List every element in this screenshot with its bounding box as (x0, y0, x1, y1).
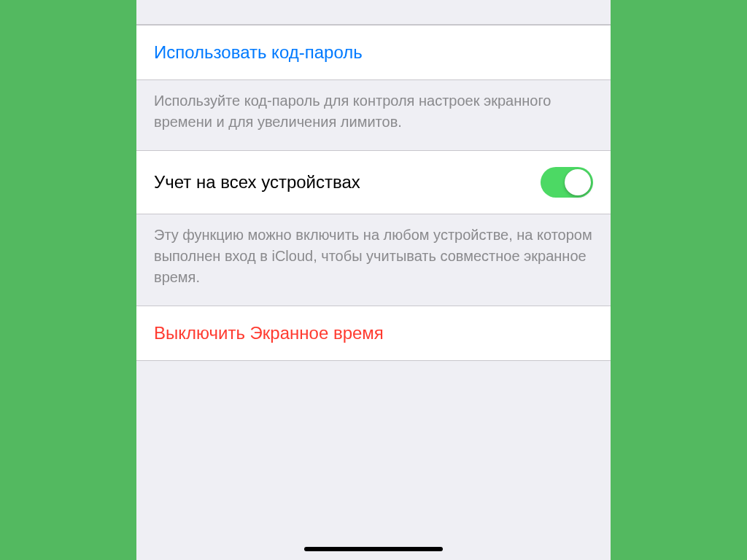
turn-off-screentime-label: Выключить Экранное время (154, 322, 384, 344)
share-across-devices-footer: Эту функцию можно включить на любом устр… (136, 214, 611, 306)
settings-panel: Использовать код-пароль Используйте код-… (136, 0, 611, 560)
use-passcode-footer: Используйте код-пароль для контроля наст… (136, 80, 611, 150)
bottom-spacer (136, 361, 611, 390)
toggle-knob-icon (565, 169, 591, 195)
home-indicator-icon[interactable] (304, 547, 443, 551)
share-across-devices-row[interactable]: Учет на всех устройствах (136, 150, 611, 214)
share-across-devices-toggle[interactable] (541, 167, 593, 198)
share-across-devices-label: Учет на всех устройствах (154, 171, 360, 193)
turn-off-screentime-row[interactable]: Выключить Экранное время (136, 306, 611, 361)
use-passcode-label: Использовать код-пароль (154, 42, 363, 63)
use-passcode-row[interactable]: Использовать код-пароль (136, 25, 611, 80)
previous-group-divider (136, 0, 611, 25)
